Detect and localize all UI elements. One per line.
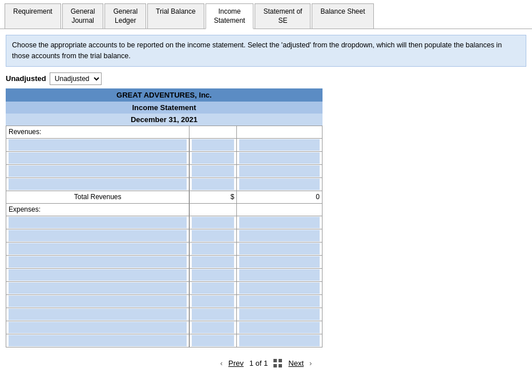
revenues-header-row: Revenues: (6, 126, 323, 138)
expense-account-1[interactable] (9, 217, 187, 228)
total-revenues-label: Total Revenues (6, 191, 190, 203)
expense-amount-7[interactable] (239, 296, 320, 307)
expenses-header-row: Expenses: (6, 203, 323, 216)
tab-general-ledger[interactable]: GeneralLedger (104, 3, 146, 29)
revenue-mid-4[interactable] (192, 179, 234, 190)
tab-trial-balance[interactable]: Trial Balance (147, 3, 204, 29)
revenue-row-1 (6, 138, 323, 151)
expense-row-6 (6, 281, 323, 294)
dropdown-label: Unadjusted (6, 74, 46, 83)
expense-mid-7[interactable] (192, 296, 234, 307)
expense-row-3 (6, 242, 323, 255)
expense-mid-6[interactable] (192, 282, 234, 294)
table-date: December 31, 2021 (6, 114, 323, 126)
expense-account-5[interactable] (9, 269, 187, 281)
total-revenues-symbol: $ (190, 191, 237, 203)
revenue-account-1[interactable] (9, 139, 187, 151)
expense-account-8[interactable] (9, 309, 187, 320)
revenue-account-2[interactable] (9, 152, 187, 164)
revenue-mid-2[interactable] (192, 152, 234, 164)
total-revenues-row: Total Revenues $ 0 (6, 191, 323, 203)
expense-row-5 (6, 268, 323, 281)
expense-mid-8[interactable] (192, 309, 234, 320)
tab-requirement[interactable]: Requirement (5, 3, 61, 29)
expense-account-7[interactable] (9, 296, 187, 307)
revenue-account-4[interactable] (9, 179, 187, 190)
expense-amount-6[interactable] (239, 282, 320, 294)
income-statement-table-container: GREAT ADVENTURES, Inc. Income Statement … (6, 88, 323, 347)
tab-balance-sheet[interactable]: Balance Sheet (312, 3, 373, 29)
revenue-row-2 (6, 151, 323, 164)
revenue-amount-1[interactable] (239, 139, 320, 151)
tabs-bar: Requirement GeneralJournal GeneralLedger… (0, 0, 532, 29)
expense-account-10[interactable] (9, 335, 187, 346)
expense-amount-10[interactable] (239, 335, 320, 346)
prev-button[interactable]: Prev (228, 359, 244, 367)
expense-row-8 (6, 308, 323, 321)
expense-amount-4[interactable] (239, 256, 320, 268)
revenue-mid-3[interactable] (192, 165, 234, 177)
revenue-account-3[interactable] (9, 165, 187, 177)
expense-account-4[interactable] (9, 256, 187, 268)
dropdown-row: Unadjusted Unadjusted Adjusted (6, 72, 526, 85)
grid-view-icon[interactable] (273, 359, 283, 368)
expense-mid-10[interactable] (192, 335, 234, 346)
expense-amount-9[interactable] (239, 322, 320, 333)
page-info: 1 of 1 (249, 359, 268, 367)
expense-account-6[interactable] (9, 282, 187, 294)
expense-amount-5[interactable] (239, 269, 320, 281)
income-table: Revenues: Total Revenues $ (6, 126, 323, 347)
expense-row-1 (6, 216, 323, 229)
expense-amount-8[interactable] (239, 309, 320, 320)
expense-mid-4[interactable] (192, 256, 234, 268)
revenues-val (237, 126, 323, 138)
expense-amount-2[interactable] (239, 230, 320, 241)
revenue-amount-4[interactable] (239, 179, 320, 190)
revenues-label: Revenues: (6, 126, 190, 138)
table-title: Income Statement (6, 102, 323, 114)
company-name: GREAT ADVENTURES, Inc. (6, 88, 323, 102)
info-box: Choose the appropriate accounts to be re… (6, 35, 526, 67)
tab-income-statement[interactable]: IncomeStatement (205, 3, 254, 29)
expense-account-3[interactable] (9, 243, 187, 254)
expense-amount-1[interactable] (239, 217, 320, 228)
expense-row-9 (6, 321, 323, 334)
expense-row-2 (6, 229, 323, 242)
revenue-row-3 (6, 164, 323, 177)
revenues-mid (190, 126, 237, 138)
expense-account-9[interactable] (9, 322, 187, 333)
expense-mid-1[interactable] (192, 217, 234, 228)
pagination: ‹ Prev 1 of 1 Next › (0, 359, 532, 368)
tab-statement-of-se[interactable]: Statement ofSE (255, 3, 311, 29)
expense-row-10 (6, 334, 323, 347)
next-button[interactable]: Next (288, 359, 304, 367)
expense-mid-9[interactable] (192, 322, 234, 333)
revenue-amount-2[interactable] (239, 152, 320, 164)
expense-amount-3[interactable] (239, 243, 320, 254)
adjustment-dropdown[interactable]: Unadjusted Adjusted (50, 72, 102, 85)
expense-mid-2[interactable] (192, 230, 234, 241)
revenue-mid-1[interactable] (192, 139, 234, 151)
next-chevron: › (309, 359, 312, 367)
expense-row-7 (6, 294, 323, 308)
revenue-row-4 (6, 177, 323, 191)
expense-row-4 (6, 255, 323, 268)
expenses-label: Expenses: (6, 203, 190, 216)
expense-mid-5[interactable] (192, 269, 234, 281)
total-revenues-value: 0 (237, 191, 323, 203)
expense-account-2[interactable] (9, 230, 187, 241)
expense-mid-3[interactable] (192, 243, 234, 254)
tab-general-journal[interactable]: GeneralJournal (62, 3, 104, 29)
revenue-amount-3[interactable] (239, 165, 320, 177)
prev-chevron: ‹ (220, 359, 223, 367)
